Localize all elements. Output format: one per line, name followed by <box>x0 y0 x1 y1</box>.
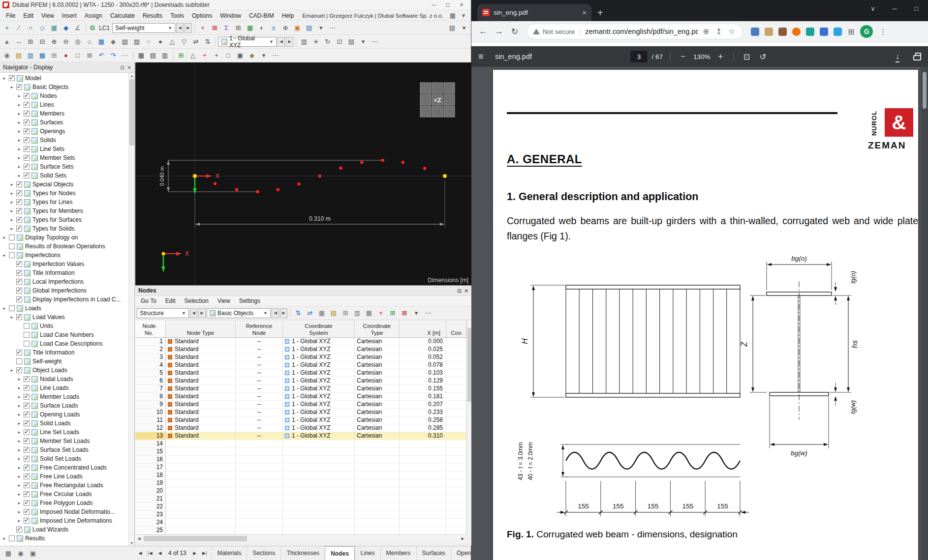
extension-icon[interactable] <box>820 28 828 36</box>
toolbar-icon[interactable]: ▾ <box>258 50 269 61</box>
tree-checkbox[interactable] <box>24 128 30 134</box>
next-table-button[interactable]: ▶ <box>198 308 206 318</box>
table-horizontal-scrollbar[interactable]: ◀ ▶ <box>135 534 466 542</box>
toolbar-icon[interactable]: + <box>211 50 222 61</box>
tree-checkbox[interactable] <box>24 146 30 152</box>
tabs-scroll-left-button[interactable]: ◀ <box>135 548 145 558</box>
tree-item[interactable]: Title Information <box>0 348 128 357</box>
tree-item[interactable]: Title Information <box>0 268 128 277</box>
tree-item[interactable]: ▸Member Loads <box>0 392 128 401</box>
tree-item[interactable]: ▸Openings <box>0 127 128 136</box>
column-header[interactable]: NodeNo. <box>135 320 166 337</box>
tree-item[interactable]: ▸Free Rectangular Loads <box>0 481 128 490</box>
extension-icon[interactable] <box>792 28 801 36</box>
tree-checkbox[interactable] <box>16 279 22 285</box>
expand-arrow-icon[interactable]: ▸ <box>2 306 7 311</box>
table-row[interactable]: 19 <box>135 479 466 487</box>
tree-checkbox[interactable] <box>16 288 22 294</box>
first-record-button[interactable]: |◀ <box>145 548 155 558</box>
tree-checkbox[interactable] <box>9 535 15 541</box>
toolbar-icon[interactable]: ▥ <box>299 36 309 47</box>
tree-item[interactable]: ▸Surfaces <box>0 118 128 127</box>
toolbar-icon[interactable]: ⊞ <box>176 50 186 61</box>
toolbar-icon[interactable]: ▾ <box>459 23 469 33</box>
expand-arrow-icon[interactable]: ▸ <box>17 129 22 134</box>
toolbar-icon[interactable]: ⇄ <box>305 308 315 319</box>
toolbar-icon[interactable]: ▦ <box>447 10 458 21</box>
toolbar-icon[interactable]: ○ <box>143 36 154 47</box>
tree-item[interactable]: ▸Members <box>0 109 128 118</box>
reload-button[interactable]: ↻ <box>507 24 523 39</box>
menu-item-calculate[interactable]: Calculate <box>106 10 139 21</box>
bookmark-star-icon[interactable]: ☆ <box>727 27 737 36</box>
tree-item[interactable]: ▸Special Objects <box>0 180 128 189</box>
tree-item[interactable]: ▸Surface Set Loads <box>0 445 128 454</box>
toolbar-icon[interactable]: + <box>199 50 210 61</box>
tree-item[interactable]: ▸Free Concentrated Loads <box>0 463 128 472</box>
tree-item[interactable]: ▸Solids <box>0 136 128 145</box>
tree-checkbox[interactable] <box>24 155 30 161</box>
table-row[interactable]: 4Standard--1 - Global XYZCartesian0.078 <box>135 361 466 369</box>
tree-checkbox[interactable] <box>16 358 22 364</box>
tree-checkbox[interactable] <box>24 93 30 99</box>
extension-icon[interactable] <box>751 28 759 36</box>
viewport[interactable]: 0.040 m 0.310 m X X +Z <box>135 62 471 285</box>
tree-checkbox[interactable] <box>24 341 30 347</box>
expand-arrow-icon[interactable]: ▸ <box>17 465 22 470</box>
tree-item[interactable]: ▸Loads <box>0 304 128 313</box>
view-cube-label[interactable]: +Z <box>433 96 441 104</box>
tree-checkbox[interactable] <box>16 84 22 90</box>
object-category-combo[interactable]: Basic Objects▼ <box>207 308 271 318</box>
table-row[interactable]: 7Standard--1 - Global XYZCartesian0.155 <box>135 385 466 393</box>
toolbar-icon[interactable]: ⊕ <box>280 23 291 33</box>
tree-checkbox[interactable] <box>16 367 22 373</box>
extension-icon[interactable] <box>778 28 787 36</box>
browser-menu-button[interactable]: ⋮ <box>879 27 889 36</box>
viewport-node[interactable] <box>339 167 342 170</box>
toolbar-icon[interactable]: ◉ <box>15 548 26 559</box>
tree-item[interactable]: Load Case Descriptions <box>0 339 128 348</box>
print-button[interactable] <box>913 55 921 60</box>
tree-checkbox[interactable] <box>16 296 22 302</box>
toolbar-icon[interactable]: ↻ <box>322 36 333 47</box>
load-case-combo[interactable]: Self-weight▼ <box>112 23 175 33</box>
toolbar-icon[interactable]: ⊖ <box>61 36 71 47</box>
toolbar-icon[interactable]: ⊕ <box>49 36 60 47</box>
toolbar-icon[interactable]: ▤ <box>447 23 458 33</box>
toolbar-icon[interactable]: ▦ <box>136 50 147 61</box>
scrollbar-thumb[interactable] <box>129 79 134 146</box>
expand-arrow-icon[interactable]: ▸ <box>9 217 14 222</box>
tree-item[interactable]: ▸Types for Nodes <box>0 189 128 198</box>
toolbar-icon[interactable]: ± <box>268 23 279 33</box>
tree-checkbox[interactable] <box>24 420 30 426</box>
tree-item[interactable]: Results of Boolean Operations <box>0 242 128 251</box>
tree-item[interactable]: ▸Solid Loads <box>0 419 128 428</box>
tree-item[interactable]: ▸Line Set Loads <box>0 428 128 437</box>
toolbar-icon[interactable]: ⊞ <box>340 308 351 319</box>
not-secure-label[interactable]: Not secure <box>543 28 575 35</box>
page-number-input[interactable]: 3 <box>630 51 647 62</box>
table-row[interactable]: 20 <box>135 487 466 495</box>
toolbar-icon[interactable]: ◇ <box>37 23 48 33</box>
menu-item-view[interactable]: View <box>37 10 58 21</box>
tree-item[interactable]: ▸Line Loads <box>0 383 128 392</box>
toolbar-icon[interactable]: ▤ <box>346 36 357 47</box>
toolbar-icon[interactable]: ⋯ <box>270 50 281 61</box>
expand-arrow-icon[interactable]: ▸ <box>17 483 22 488</box>
expand-arrow-icon[interactable]: ▸ <box>17 102 22 107</box>
tab-search-button[interactable]: ∨ <box>862 0 884 17</box>
tree-checkbox[interactable] <box>16 208 22 214</box>
toolbar-icon[interactable]: × <box>375 308 386 319</box>
toolbar-icon[interactable]: □ <box>223 50 234 61</box>
expand-arrow-icon[interactable]: ▸ <box>17 394 22 399</box>
tree-checkbox[interactable] <box>24 323 30 329</box>
viewport-node[interactable] <box>214 182 217 185</box>
scrollbar-thumb[interactable] <box>923 72 927 109</box>
toolbar-icon[interactable]: ⋯ <box>327 23 338 33</box>
expand-arrow-icon[interactable]: ▸ <box>17 456 22 461</box>
toolbar-icon[interactable]: ⋯ <box>370 36 380 47</box>
expand-arrow-icon[interactable]: ▸ <box>17 501 22 505</box>
pdf-scrollbar[interactable] <box>921 67 928 560</box>
tree-item[interactable]: Imperfection Values <box>0 260 128 268</box>
tree-item[interactable]: ▸Model <box>0 74 128 83</box>
